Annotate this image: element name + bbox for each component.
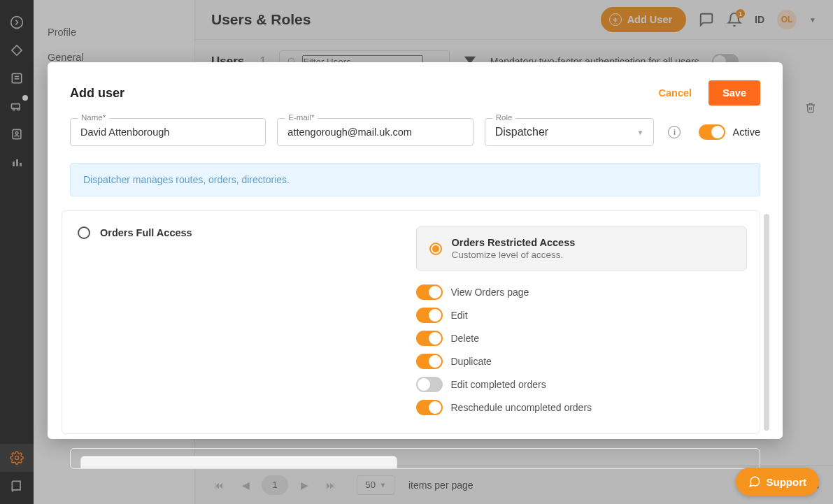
permission-toggle[interactable] — [416, 331, 443, 346]
save-button[interactable]: Save — [709, 80, 760, 106]
chat-icon — [748, 475, 761, 488]
next-permissions-panel — [70, 448, 760, 469]
email-field[interactable] — [287, 127, 462, 138]
role-label: Role — [492, 113, 516, 122]
name-field[interactable] — [80, 127, 255, 138]
chevron-down-icon: ▼ — [637, 129, 644, 136]
orders-restricted-access-radio[interactable]: Orders Restricted Access Customize level… — [416, 226, 748, 271]
email-field-wrapper: E-mail* — [277, 118, 473, 146]
orders-restricted-title: Orders Restricted Access — [452, 237, 576, 248]
permission-row: Duplicate — [416, 354, 748, 369]
permission-label: Reschedule uncompleted orders — [451, 402, 592, 413]
cancel-button[interactable]: Cancel — [659, 87, 692, 99]
permission-label: Delete — [451, 333, 479, 344]
permission-label: Duplicate — [451, 356, 492, 367]
radio-checked-icon — [429, 243, 442, 255]
name-label: Name* — [78, 113, 109, 122]
orders-full-access-radio[interactable]: Orders Full Access — [78, 226, 406, 239]
modal-title: Add user — [70, 86, 124, 101]
permission-toggle[interactable] — [416, 354, 443, 369]
permission-row: Edit completed orders — [416, 377, 748, 392]
permission-toggle[interactable] — [416, 285, 443, 300]
permission-label: Edit — [451, 310, 468, 321]
email-label: E-mail* — [285, 113, 318, 122]
role-info-icon[interactable]: i — [668, 126, 681, 138]
name-field-wrapper: Name* — [70, 118, 266, 146]
permission-row: Delete — [416, 331, 748, 346]
permission-row: View Orders page — [416, 285, 748, 300]
active-label: Active — [732, 127, 760, 138]
permission-label: View Orders page — [451, 287, 529, 298]
support-button[interactable]: Support — [736, 468, 820, 496]
orders-restricted-sub: Customize level of access. — [452, 250, 576, 260]
permission-row: Edit — [416, 308, 748, 323]
orders-full-access-label: Orders Full Access — [100, 227, 192, 238]
permission-label: Edit completed orders — [451, 379, 546, 390]
role-select[interactable]: Role Dispatcher ▼ — [485, 118, 655, 146]
orders-permissions-panel: Orders Full Access Orders Restricted Acc… — [62, 210, 760, 434]
permissions-list: View Orders pageEditDeleteDuplicateEdit … — [416, 285, 748, 415]
role-description: Dispatcher manages routes, orders, direc… — [70, 163, 760, 196]
modal-scrollbar[interactable] — [764, 214, 769, 431]
active-toggle[interactable] — [699, 124, 725, 140]
add-user-modal: Add user Cancel Save Name* E-mail* Role … — [48, 62, 783, 439]
permission-toggle[interactable] — [416, 377, 443, 392]
role-value: Dispatcher — [495, 126, 548, 138]
support-label: Support — [767, 476, 807, 488]
permission-row: Reschedule uncompleted orders — [416, 400, 748, 415]
radio-unchecked-icon — [78, 226, 90, 239]
panel-partial — [80, 456, 397, 468]
permission-toggle[interactable] — [416, 400, 443, 415]
permission-toggle[interactable] — [416, 308, 443, 323]
